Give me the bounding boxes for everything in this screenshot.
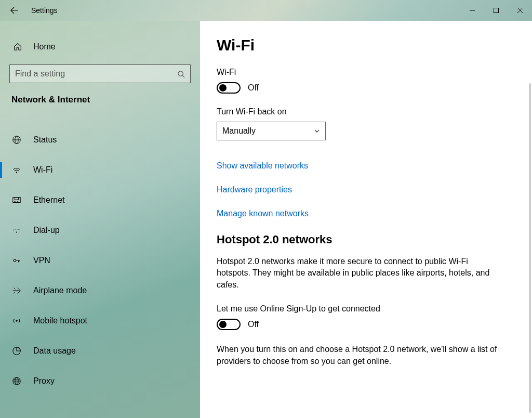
minimize-icon [469,7,475,14]
scrollbar[interactable] [529,83,531,413]
svg-point-16 [16,320,18,322]
page-title: Wi-Fi [217,36,513,54]
nav-item-label: Status [33,135,57,145]
wifi-toggle-label: Wi-Fi [217,68,513,77]
link-hardware-properties[interactable]: Hardware properties [217,185,513,194]
nav-item-wifi[interactable]: Wi-Fi [0,155,200,185]
nav-item-label: Ethernet [33,195,64,205]
nav-list: Status Wi-Fi Ethernet Dial-up [0,125,200,396]
sidebar: Home Network & Internet Status Wi-Fi [0,21,200,418]
hotspot-icon [11,316,22,326]
nav-item-label: Mobile hotspot [33,316,87,325]
close-icon [517,7,523,14]
airplane-icon [11,285,22,296]
ethernet-icon [11,195,22,205]
svg-point-15 [14,259,16,262]
hotspot-description: Hotspot 2.0 networks make it more secure… [217,256,497,291]
signup-label: Let me use Online Sign-Up to get connect… [217,304,513,314]
svg-point-2 [178,71,183,75]
nav-item-label: VPN [33,256,50,265]
nav-item-label: Data usage [33,346,76,356]
window-title: Settings [31,6,58,15]
titlebar: Settings [0,0,532,21]
nav-item-label: Wi-Fi [33,165,52,175]
svg-point-7 [16,172,17,173]
nav-item-ethernet[interactable]: Ethernet [0,185,200,215]
home-label: Home [33,42,56,51]
home-icon [12,42,23,52]
dialup-icon [11,225,22,236]
svg-rect-1 [494,8,499,13]
chevron-down-icon [314,128,320,134]
turn-on-dropdown[interactable]: Manually [217,122,326,140]
back-button[interactable] [9,5,20,16]
content-pane: Wi-Fi Wi-Fi Off Turn Wi-Fi back on Manua… [200,21,532,418]
nav-item-label: Proxy [33,376,55,386]
nav-item-data-usage[interactable]: Data usage [0,336,200,366]
nav-item-status[interactable]: Status [0,125,200,155]
minimize-button[interactable] [460,0,484,21]
globe-grid-icon [11,135,22,145]
close-button[interactable] [508,0,532,21]
signup-note: When you turn this on and choose a Hotsp… [217,344,497,367]
link-show-networks[interactable]: Show available networks [217,161,513,171]
wifi-toggle[interactable] [217,82,241,94]
signup-toggle-state: Off [248,320,259,329]
wifi-icon [11,165,22,175]
nav-item-hotspot[interactable]: Mobile hotspot [0,306,200,336]
search-icon [177,70,185,78]
window-controls [460,0,532,21]
svg-rect-9 [15,198,18,200]
maximize-button[interactable] [484,0,508,21]
turn-on-label: Turn Wi-Fi back on [217,107,513,116]
search-input[interactable] [15,69,177,79]
nav-item-dialup[interactable]: Dial-up [0,215,200,245]
nav-item-label: Airplane mode [33,286,87,295]
category-header: Network & Internet [0,95,200,112]
nav-item-proxy[interactable]: Proxy [0,366,200,396]
data-usage-icon [11,346,22,356]
svg-point-14 [16,232,17,233]
dropdown-value: Manually [222,126,256,136]
svg-line-3 [182,75,184,77]
link-known-networks[interactable]: Manage known networks [217,209,513,218]
hotspot-section-title: Hotspot 2.0 networks [217,233,513,246]
maximize-icon [493,7,499,14]
nav-item-vpn[interactable]: VPN [0,245,200,276]
nav-item-label: Dial-up [33,226,60,235]
home-button[interactable]: Home [0,36,200,57]
arrow-left-icon [10,6,19,15]
vpn-icon [11,255,22,266]
signup-toggle[interactable] [217,319,241,330]
wifi-toggle-state: Off [248,83,259,93]
proxy-icon [11,376,22,386]
nav-item-airplane[interactable]: Airplane mode [0,276,200,306]
search-box[interactable] [9,64,191,83]
